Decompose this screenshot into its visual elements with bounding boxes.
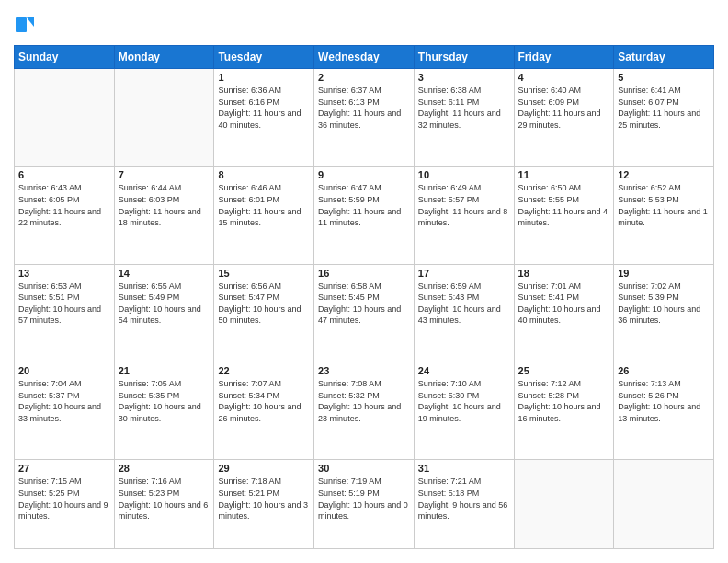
- day-info: Sunrise: 7:10 AM Sunset: 5:30 PM Dayligh…: [418, 378, 510, 424]
- day-number: 6: [18, 169, 110, 180]
- day-info: Sunrise: 7:04 AM Sunset: 5:37 PM Dayligh…: [18, 378, 110, 424]
- calendar-week-row: 6Sunrise: 6:43 AM Sunset: 6:05 PM Daylig…: [15, 167, 714, 264]
- day-info: Sunrise: 6:36 AM Sunset: 6:16 PM Dayligh…: [218, 85, 310, 131]
- day-number: 30: [318, 463, 410, 474]
- day-info: Sunrise: 6:44 AM Sunset: 6:03 PM Dayligh…: [119, 182, 210, 228]
- calendar-week-row: 1Sunrise: 6:36 AM Sunset: 6:16 PM Daylig…: [15, 69, 714, 167]
- calendar-cell: 19Sunrise: 7:02 AM Sunset: 5:39 PM Dayli…: [614, 264, 714, 362]
- calendar-cell: 4Sunrise: 6:40 AM Sunset: 6:09 PM Daylig…: [514, 69, 614, 167]
- weekday-header: Wednesday: [314, 46, 415, 69]
- calendar-cell: 2Sunrise: 6:37 AM Sunset: 6:13 PM Daylig…: [314, 69, 415, 167]
- calendar-cell: [614, 460, 714, 549]
- calendar-cell: 24Sunrise: 7:10 AM Sunset: 5:30 PM Dayli…: [414, 362, 514, 459]
- day-number: 28: [119, 463, 210, 474]
- weekday-row: SundayMondayTuesdayWednesdayThursdayFrid…: [15, 46, 714, 69]
- calendar-cell: 29Sunrise: 7:18 AM Sunset: 5:21 PM Dayli…: [214, 460, 314, 549]
- calendar-cell: 8Sunrise: 6:46 AM Sunset: 6:01 PM Daylig…: [214, 167, 314, 264]
- calendar-cell: 10Sunrise: 6:49 AM Sunset: 5:57 PM Dayli…: [414, 167, 514, 264]
- day-info: Sunrise: 7:01 AM Sunset: 5:41 PM Dayligh…: [518, 281, 610, 327]
- day-info: Sunrise: 6:49 AM Sunset: 5:57 PM Dayligh…: [418, 182, 510, 228]
- calendar-cell: 13Sunrise: 6:53 AM Sunset: 5:51 PM Dayli…: [15, 264, 115, 362]
- day-number: 22: [218, 365, 310, 376]
- calendar-week-row: 13Sunrise: 6:53 AM Sunset: 5:51 PM Dayli…: [15, 264, 714, 362]
- day-info: Sunrise: 6:50 AM Sunset: 5:55 PM Dayligh…: [518, 182, 610, 228]
- svg-marker-0: [27, 17, 34, 27]
- day-info: Sunrise: 6:53 AM Sunset: 5:51 PM Dayligh…: [18, 281, 110, 327]
- day-info: Sunrise: 7:05 AM Sunset: 5:35 PM Dayligh…: [119, 378, 210, 424]
- day-info: Sunrise: 6:37 AM Sunset: 6:13 PM Dayligh…: [318, 85, 410, 131]
- page: SundayMondayTuesdayWednesdayThursdayFrid…: [0, 0, 728, 563]
- day-number: 17: [418, 268, 510, 279]
- day-info: Sunrise: 6:55 AM Sunset: 5:49 PM Dayligh…: [119, 281, 210, 327]
- calendar-cell: 7Sunrise: 6:44 AM Sunset: 6:03 PM Daylig…: [114, 167, 214, 264]
- day-number: 11: [518, 169, 610, 180]
- calendar-cell: 6Sunrise: 6:43 AM Sunset: 6:05 PM Daylig…: [15, 167, 115, 264]
- day-info: Sunrise: 7:12 AM Sunset: 5:28 PM Dayligh…: [518, 378, 610, 424]
- calendar-cell: [15, 69, 115, 167]
- day-number: 20: [18, 365, 110, 376]
- day-number: 5: [618, 72, 710, 83]
- calendar-cell: 30Sunrise: 7:19 AM Sunset: 5:19 PM Dayli…: [314, 460, 415, 549]
- calendar-cell: 18Sunrise: 7:01 AM Sunset: 5:41 PM Dayli…: [514, 264, 614, 362]
- calendar-cell: 17Sunrise: 6:59 AM Sunset: 5:43 PM Dayli…: [414, 264, 514, 362]
- calendar-cell: 28Sunrise: 7:16 AM Sunset: 5:23 PM Dayli…: [114, 460, 214, 549]
- calendar-header: SundayMondayTuesdayWednesdayThursdayFrid…: [15, 46, 714, 69]
- weekday-header: Thursday: [414, 46, 514, 69]
- calendar-body: 1Sunrise: 6:36 AM Sunset: 6:16 PM Daylig…: [15, 69, 714, 549]
- calendar-cell: 21Sunrise: 7:05 AM Sunset: 5:35 PM Dayli…: [114, 362, 214, 459]
- calendar-cell: 11Sunrise: 6:50 AM Sunset: 5:55 PM Dayli…: [514, 167, 614, 264]
- day-info: Sunrise: 7:07 AM Sunset: 5:34 PM Dayligh…: [218, 378, 310, 424]
- calendar-cell: [114, 69, 214, 167]
- calendar-cell: 27Sunrise: 7:15 AM Sunset: 5:25 PM Dayli…: [15, 460, 115, 549]
- calendar-week-row: 27Sunrise: 7:15 AM Sunset: 5:25 PM Dayli…: [15, 460, 714, 549]
- logo-icon: [14, 14, 36, 36]
- day-number: 4: [518, 72, 610, 83]
- header: [14, 14, 714, 36]
- day-number: 12: [618, 169, 710, 180]
- day-number: 21: [119, 365, 210, 376]
- calendar-cell: 23Sunrise: 7:08 AM Sunset: 5:32 PM Dayli…: [314, 362, 415, 459]
- calendar-cell: 26Sunrise: 7:13 AM Sunset: 5:26 PM Dayli…: [614, 362, 714, 459]
- day-info: Sunrise: 7:13 AM Sunset: 5:26 PM Dayligh…: [618, 378, 710, 424]
- day-number: 9: [318, 169, 410, 180]
- day-info: Sunrise: 6:43 AM Sunset: 6:05 PM Dayligh…: [18, 182, 110, 228]
- day-info: Sunrise: 7:08 AM Sunset: 5:32 PM Dayligh…: [318, 378, 410, 424]
- calendar-cell: 1Sunrise: 6:36 AM Sunset: 6:16 PM Daylig…: [214, 69, 314, 167]
- day-info: Sunrise: 6:47 AM Sunset: 5:59 PM Dayligh…: [318, 182, 410, 228]
- calendar-cell: 5Sunrise: 6:41 AM Sunset: 6:07 PM Daylig…: [614, 69, 714, 167]
- calendar-cell: 14Sunrise: 6:55 AM Sunset: 5:49 PM Dayli…: [114, 264, 214, 362]
- calendar-cell: 3Sunrise: 6:38 AM Sunset: 6:11 PM Daylig…: [414, 69, 514, 167]
- day-number: 10: [418, 169, 510, 180]
- day-number: 29: [218, 463, 310, 474]
- logo: [14, 14, 38, 36]
- day-info: Sunrise: 6:38 AM Sunset: 6:11 PM Dayligh…: [418, 85, 510, 131]
- day-info: Sunrise: 6:59 AM Sunset: 5:43 PM Dayligh…: [418, 281, 510, 327]
- day-number: 2: [318, 72, 410, 83]
- calendar-cell: 31Sunrise: 7:21 AM Sunset: 5:18 PM Dayli…: [414, 460, 514, 549]
- day-number: 27: [18, 463, 110, 474]
- day-info: Sunrise: 7:21 AM Sunset: 5:18 PM Dayligh…: [418, 476, 510, 522]
- weekday-header: Friday: [514, 46, 614, 69]
- calendar-cell: [514, 460, 614, 549]
- day-number: 19: [618, 268, 710, 279]
- day-info: Sunrise: 6:52 AM Sunset: 5:53 PM Dayligh…: [618, 182, 710, 228]
- day-info: Sunrise: 7:19 AM Sunset: 5:19 PM Dayligh…: [318, 476, 410, 522]
- day-number: 25: [518, 365, 610, 376]
- calendar-cell: 9Sunrise: 6:47 AM Sunset: 5:59 PM Daylig…: [314, 167, 415, 264]
- day-number: 3: [418, 72, 510, 83]
- day-number: 14: [119, 268, 210, 279]
- weekday-header: Monday: [114, 46, 214, 69]
- calendar-cell: 16Sunrise: 6:58 AM Sunset: 5:45 PM Dayli…: [314, 264, 415, 362]
- calendar-table: SundayMondayTuesdayWednesdayThursdayFrid…: [14, 45, 714, 549]
- weekday-header: Saturday: [614, 46, 714, 69]
- weekday-header: Tuesday: [214, 46, 314, 69]
- day-info: Sunrise: 6:46 AM Sunset: 6:01 PM Dayligh…: [218, 182, 310, 228]
- day-number: 23: [318, 365, 410, 376]
- day-number: 31: [418, 463, 510, 474]
- calendar-cell: 15Sunrise: 6:56 AM Sunset: 5:47 PM Dayli…: [214, 264, 314, 362]
- svg-rect-1: [16, 17, 27, 32]
- calendar-cell: 25Sunrise: 7:12 AM Sunset: 5:28 PM Dayli…: [514, 362, 614, 459]
- day-number: 1: [218, 72, 310, 83]
- day-info: Sunrise: 7:16 AM Sunset: 5:23 PM Dayligh…: [119, 476, 210, 522]
- day-info: Sunrise: 7:18 AM Sunset: 5:21 PM Dayligh…: [218, 476, 310, 522]
